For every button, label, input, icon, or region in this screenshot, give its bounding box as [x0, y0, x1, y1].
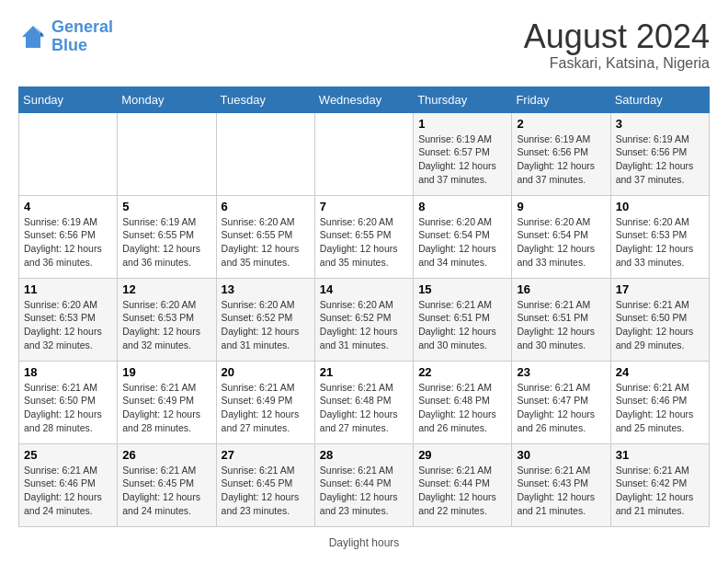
day-detail: Sunrise: 6:21 AM Sunset: 6:45 PM Dayligh… — [222, 464, 310, 518]
day-cell: 17Sunrise: 6:21 AM Sunset: 6:50 PM Dayli… — [610, 278, 709, 361]
day-cell — [216, 112, 314, 195]
day-detail: Sunrise: 6:21 AM Sunset: 6:51 PM Dayligh… — [418, 298, 506, 352]
column-header-wednesday: Wednesday — [314, 86, 413, 112]
day-number: 11 — [24, 282, 112, 296]
logo: General Blue — [18, 18, 113, 55]
day-number: 21 — [320, 365, 408, 379]
svg-marker-0 — [22, 26, 44, 48]
day-detail: Sunrise: 6:19 AM Sunset: 6:56 PM Dayligh… — [517, 132, 605, 187]
day-detail: Sunrise: 6:21 AM Sunset: 6:47 PM Dayligh… — [517, 381, 605, 435]
day-detail: Sunrise: 6:20 AM Sunset: 6:53 PM Dayligh… — [24, 298, 112, 352]
day-detail: Sunrise: 6:21 AM Sunset: 6:48 PM Dayligh… — [418, 381, 506, 435]
day-cell: 21Sunrise: 6:21 AM Sunset: 6:48 PM Dayli… — [314, 361, 413, 443]
day-cell: 6Sunrise: 6:20 AM Sunset: 6:55 PM Daylig… — [216, 195, 314, 278]
day-detail: Sunrise: 6:19 AM Sunset: 6:57 PM Dayligh… — [418, 132, 506, 187]
column-header-tuesday: Tuesday — [216, 86, 314, 112]
day-number: 19 — [122, 365, 210, 379]
day-number: 3 — [616, 117, 704, 131]
day-cell: 3Sunrise: 6:19 AM Sunset: 6:56 PM Daylig… — [610, 112, 709, 195]
day-cell: 29Sunrise: 6:21 AM Sunset: 6:44 PM Dayli… — [414, 443, 512, 526]
day-detail: Sunrise: 6:19 AM Sunset: 6:56 PM Dayligh… — [616, 132, 704, 187]
day-detail: Sunrise: 6:20 AM Sunset: 6:55 PM Dayligh… — [320, 215, 408, 270]
main-title: August 2024 — [524, 18, 710, 55]
day-detail: Sunrise: 6:20 AM Sunset: 6:54 PM Dayligh… — [517, 215, 605, 270]
day-detail: Sunrise: 6:19 AM Sunset: 6:56 PM Dayligh… — [24, 215, 112, 270]
day-number: 22 — [418, 365, 506, 379]
day-cell — [118, 112, 216, 195]
day-number: 1 — [418, 117, 506, 131]
day-cell: 19Sunrise: 6:21 AM Sunset: 6:49 PM Dayli… — [118, 361, 216, 443]
day-cell: 28Sunrise: 6:21 AM Sunset: 6:44 PM Dayli… — [314, 443, 413, 526]
day-detail: Sunrise: 6:20 AM Sunset: 6:52 PM Dayligh… — [222, 298, 310, 352]
day-cell: 11Sunrise: 6:20 AM Sunset: 6:53 PM Dayli… — [19, 278, 118, 361]
day-cell: 9Sunrise: 6:20 AM Sunset: 6:54 PM Daylig… — [512, 195, 610, 278]
day-number: 28 — [320, 448, 408, 462]
day-number: 20 — [222, 365, 310, 379]
calendar-header-row: SundayMondayTuesdayWednesdayThursdayFrid… — [19, 86, 710, 112]
footer: Daylight hours — [18, 536, 710, 549]
week-row-1: 1Sunrise: 6:19 AM Sunset: 6:57 PM Daylig… — [19, 112, 710, 195]
day-number: 14 — [320, 282, 408, 296]
day-number: 16 — [517, 282, 605, 296]
day-cell: 31Sunrise: 6:21 AM Sunset: 6:42 PM Dayli… — [610, 443, 709, 526]
day-cell: 8Sunrise: 6:20 AM Sunset: 6:54 PM Daylig… — [414, 195, 512, 278]
day-detail: Sunrise: 6:21 AM Sunset: 6:49 PM Dayligh… — [222, 381, 310, 435]
day-detail: Sunrise: 6:21 AM Sunset: 6:45 PM Dayligh… — [122, 464, 210, 518]
day-cell: 13Sunrise: 6:20 AM Sunset: 6:52 PM Dayli… — [216, 278, 314, 361]
title-block: August 2024 Faskari, Katsina, Nigeria — [524, 18, 710, 72]
day-cell: 27Sunrise: 6:21 AM Sunset: 6:45 PM Dayli… — [216, 443, 314, 526]
day-detail: Sunrise: 6:20 AM Sunset: 6:52 PM Dayligh… — [320, 298, 408, 352]
column-header-sunday: Sunday — [19, 86, 118, 112]
logo-icon — [18, 22, 48, 52]
day-cell: 30Sunrise: 6:21 AM Sunset: 6:43 PM Dayli… — [512, 443, 610, 526]
day-detail: Sunrise: 6:21 AM Sunset: 6:44 PM Dayligh… — [418, 464, 506, 518]
logo-text: General Blue — [51, 18, 113, 55]
day-number: 4 — [24, 200, 112, 213]
day-number: 29 — [418, 448, 506, 462]
day-number: 2 — [517, 117, 605, 131]
day-cell: 7Sunrise: 6:20 AM Sunset: 6:55 PM Daylig… — [314, 195, 413, 278]
day-number: 23 — [517, 365, 605, 379]
day-number: 10 — [616, 200, 704, 213]
day-cell: 25Sunrise: 6:21 AM Sunset: 6:46 PM Dayli… — [19, 443, 118, 526]
day-number: 7 — [320, 200, 408, 213]
day-cell — [314, 112, 413, 195]
day-cell: 23Sunrise: 6:21 AM Sunset: 6:47 PM Dayli… — [512, 361, 610, 443]
day-number: 17 — [616, 282, 704, 296]
day-cell: 2Sunrise: 6:19 AM Sunset: 6:56 PM Daylig… — [512, 112, 610, 195]
day-number: 9 — [517, 200, 605, 213]
column-header-thursday: Thursday — [414, 86, 512, 112]
day-detail: Sunrise: 6:21 AM Sunset: 6:50 PM Dayligh… — [616, 298, 704, 352]
day-cell: 16Sunrise: 6:21 AM Sunset: 6:51 PM Dayli… — [512, 278, 610, 361]
day-cell — [19, 112, 118, 195]
day-cell: 10Sunrise: 6:20 AM Sunset: 6:53 PM Dayli… — [610, 195, 709, 278]
day-number: 12 — [122, 282, 210, 296]
day-cell: 4Sunrise: 6:19 AM Sunset: 6:56 PM Daylig… — [19, 195, 118, 278]
day-detail: Sunrise: 6:21 AM Sunset: 6:48 PM Dayligh… — [320, 381, 408, 435]
day-detail: Sunrise: 6:21 AM Sunset: 6:46 PM Dayligh… — [24, 464, 112, 518]
day-number: 24 — [616, 365, 704, 379]
week-row-3: 11Sunrise: 6:20 AM Sunset: 6:53 PM Dayli… — [19, 278, 710, 361]
day-number: 8 — [418, 200, 506, 213]
column-header-monday: Monday — [118, 86, 216, 112]
day-number: 15 — [418, 282, 506, 296]
day-detail: Sunrise: 6:21 AM Sunset: 6:43 PM Dayligh… — [517, 464, 605, 518]
day-number: 26 — [122, 448, 210, 462]
day-cell: 1Sunrise: 6:19 AM Sunset: 6:57 PM Daylig… — [414, 112, 512, 195]
column-header-friday: Friday — [512, 86, 610, 112]
page-header: General Blue August 2024 Faskari, Katsin… — [18, 18, 710, 72]
day-detail: Sunrise: 6:20 AM Sunset: 6:54 PM Dayligh… — [418, 215, 506, 270]
day-number: 31 — [616, 448, 704, 462]
day-cell: 24Sunrise: 6:21 AM Sunset: 6:46 PM Dayli… — [610, 361, 709, 443]
day-detail: Sunrise: 6:20 AM Sunset: 6:53 PM Dayligh… — [122, 298, 210, 352]
week-row-4: 18Sunrise: 6:21 AM Sunset: 6:50 PM Dayli… — [19, 361, 710, 443]
day-detail: Sunrise: 6:21 AM Sunset: 6:49 PM Dayligh… — [122, 381, 210, 435]
day-cell: 5Sunrise: 6:19 AM Sunset: 6:55 PM Daylig… — [118, 195, 216, 278]
day-detail: Sunrise: 6:21 AM Sunset: 6:46 PM Dayligh… — [616, 381, 704, 435]
day-detail: Sunrise: 6:20 AM Sunset: 6:55 PM Dayligh… — [222, 215, 310, 270]
column-header-saturday: Saturday — [610, 86, 709, 112]
day-number: 27 — [222, 448, 310, 462]
calendar-table: SundayMondayTuesdayWednesdayThursdayFrid… — [18, 86, 710, 527]
day-cell: 15Sunrise: 6:21 AM Sunset: 6:51 PM Dayli… — [414, 278, 512, 361]
day-cell: 18Sunrise: 6:21 AM Sunset: 6:50 PM Dayli… — [19, 361, 118, 443]
